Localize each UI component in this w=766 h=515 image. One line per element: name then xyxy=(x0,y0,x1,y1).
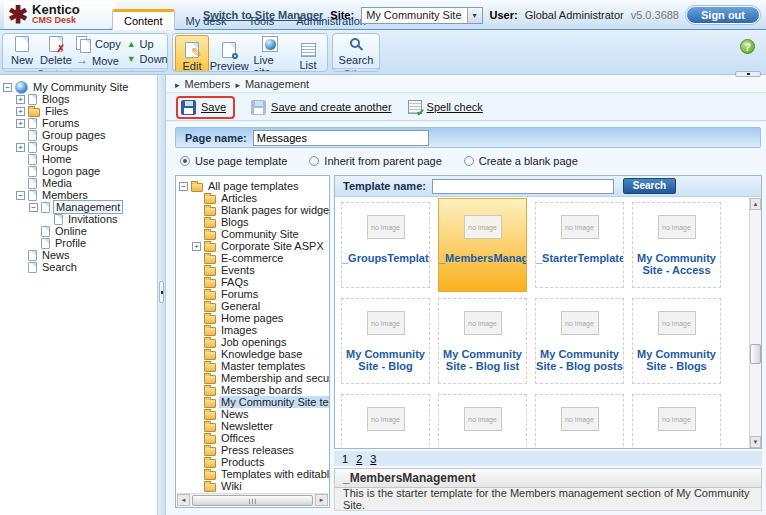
live-site-button[interactable]: Live site xyxy=(249,35,291,72)
tree-item-news[interactable]: News xyxy=(0,249,157,261)
page-1[interactable]: 1 xyxy=(342,453,348,465)
template-card-my-community-site-access[interactable]: no imageMy Community Site - Access xyxy=(632,202,721,288)
tree-item-templates-with-editable-regio[interactable]: Templates with editable regio xyxy=(176,468,329,480)
template-card-groupstemplate[interactable]: no image_GroupsTemplate xyxy=(341,202,430,288)
tree-item-my-community-site-templates[interactable]: My Community Site templates xyxy=(176,396,329,408)
radio-icon[interactable] xyxy=(309,156,319,166)
tree-item-general[interactable]: General xyxy=(176,300,329,312)
expander-plus-icon[interactable] xyxy=(16,143,25,152)
tree-item-home[interactable]: Home xyxy=(0,153,157,165)
tree-item-my-community-site[interactable]: My Community Site xyxy=(0,81,157,93)
radio-checked-icon[interactable] xyxy=(180,156,190,166)
tree-item-knowledge-base[interactable]: Knowledge base xyxy=(176,348,329,360)
vertical-splitter[interactable] xyxy=(158,75,166,515)
tree-item-community-site[interactable]: Community Site xyxy=(176,228,329,240)
tree-item-events[interactable]: Events xyxy=(176,264,329,276)
expander-plus-icon[interactable] xyxy=(16,107,25,116)
tree-item-forums[interactable]: Forums xyxy=(0,117,157,129)
expander-minus-icon[interactable] xyxy=(29,203,38,212)
tree-item-faqs[interactable]: FAQs xyxy=(176,276,329,288)
tree-item-master-templates[interactable]: Master templates xyxy=(176,360,329,372)
sign-out-button[interactable]: Sign out xyxy=(686,6,760,24)
template-card-partial-10[interactable]: no image xyxy=(535,394,624,448)
tree-item-forums[interactable]: Forums xyxy=(176,288,329,300)
down-button[interactable]: Down xyxy=(127,53,168,65)
tree-item-corporate-site-aspx[interactable]: Corporate Site ASPX xyxy=(176,240,329,252)
edit-button[interactable]: Edit xyxy=(175,35,209,72)
list-button[interactable]: List xyxy=(291,35,325,72)
template-card-my-community-site-blog-posts[interactable]: no imageMy Community Site - Blog posts xyxy=(535,298,624,384)
tree-item-offices[interactable]: Offices xyxy=(176,432,329,444)
horizontal-scrollbar[interactable]: ◄ ► xyxy=(177,493,328,506)
page-name-input[interactable] xyxy=(253,130,429,146)
expander-minus-icon[interactable] xyxy=(3,83,12,92)
template-card-partial-8[interactable]: no image xyxy=(341,394,430,448)
tree-item-news[interactable]: News xyxy=(176,408,329,420)
breadcrumb-management[interactable]: Management xyxy=(245,78,309,90)
save-and-create-another-button[interactable]: Save and create another xyxy=(251,100,391,115)
tree-item-newsletter[interactable]: Newsletter xyxy=(176,420,329,432)
radio-icon[interactable] xyxy=(464,156,474,166)
tree-item-home-pages[interactable]: Home pages xyxy=(176,312,329,324)
expander-plus-icon[interactable] xyxy=(192,242,201,251)
delete-button[interactable]: Delete xyxy=(39,35,73,67)
switch-to-site-manager-link[interactable]: Switch to Site Manager xyxy=(203,9,323,21)
chevron-down-icon[interactable] xyxy=(467,8,482,23)
template-card-startertemplate[interactable]: no image_StarterTemplate xyxy=(535,202,624,288)
radio-create-blank-page[interactable]: Create a blank page xyxy=(464,155,578,167)
site-select[interactable]: My Community Site xyxy=(361,7,482,24)
tree-item-profile[interactable]: Profile xyxy=(0,237,157,249)
expander-minus-icon[interactable] xyxy=(179,182,188,191)
tree-item-online[interactable]: Online xyxy=(0,225,157,237)
new-button[interactable]: New xyxy=(5,35,39,67)
tree-item-groups[interactable]: Groups xyxy=(0,141,157,153)
tree-item-search[interactable]: Search xyxy=(0,261,157,273)
tab-content[interactable]: Content xyxy=(112,9,175,30)
breadcrumb-members[interactable]: Members xyxy=(185,78,231,90)
tree-item-media[interactable]: Media xyxy=(0,177,157,189)
template-card-membersmanagement[interactable]: no image_MembersManagement xyxy=(438,198,527,292)
tree-item-job-openings[interactable]: Job openings xyxy=(176,336,329,348)
tree-item-blogs[interactable]: Blogs xyxy=(0,93,157,105)
tree-item-press-releases[interactable]: Press releases xyxy=(176,444,329,456)
expander-plus-icon[interactable] xyxy=(16,95,25,104)
preview-button[interactable]: Preview xyxy=(209,35,249,72)
spell-check-button[interactable]: Spell check xyxy=(408,100,483,114)
tree-item-images[interactable]: Images xyxy=(176,324,329,336)
search-button[interactable]: Search xyxy=(335,35,377,67)
template-card-my-community-site-blog-creation[interactable]: no imageMy Community Site - Blog creatio… xyxy=(341,298,430,384)
template-card-my-community-site-blogs[interactable]: no imageMy Community Site - Blogs xyxy=(632,298,721,384)
tree-item-management[interactable]: Management xyxy=(0,201,157,213)
panel-collapse-handle[interactable] xyxy=(735,71,761,77)
page-3[interactable]: 3 xyxy=(370,453,376,465)
tree-item-blank-pages-for-widgets[interactable]: Blank pages for widgets xyxy=(176,204,329,216)
tree-item-wiki[interactable]: Wiki xyxy=(176,480,329,492)
scroll-right-icon[interactable]: ► xyxy=(315,494,328,506)
tree-item-e-commerce[interactable]: E-commerce xyxy=(176,252,329,264)
template-card-partial-11[interactable]: no image xyxy=(632,394,721,448)
tree-item-all-page-templates[interactable]: All page templates xyxy=(176,180,329,192)
tree-item-blogs[interactable]: Blogs xyxy=(176,216,329,228)
vertical-scrollbar[interactable]: ▲ ▼ xyxy=(749,198,761,448)
move-button[interactable]: Move xyxy=(76,55,121,67)
expander-plus-icon[interactable] xyxy=(16,119,25,128)
splitter-handle[interactable] xyxy=(159,281,164,303)
radio-inherit-from-parent[interactable]: Inherit from parent page xyxy=(309,155,441,167)
template-card-partial-9[interactable]: no image xyxy=(438,394,527,448)
tree-item-membership-and-security[interactable]: Membership and security xyxy=(176,372,329,384)
tree-item-group-pages[interactable]: Group pages xyxy=(0,129,157,141)
scroll-up-icon[interactable]: ▲ xyxy=(750,198,761,210)
tree-item-files[interactable]: Files xyxy=(0,105,157,117)
scroll-down-icon[interactable]: ▼ xyxy=(750,436,761,448)
template-search-button[interactable]: Search xyxy=(623,178,676,194)
save-button[interactable]: Save xyxy=(181,100,226,115)
tree-item-message-boards[interactable]: Message boards xyxy=(176,384,329,396)
scrollbar-thumb[interactable] xyxy=(750,344,761,364)
template-name-input[interactable] xyxy=(432,179,614,194)
tree-item-products[interactable]: Products xyxy=(176,456,329,468)
help-icon[interactable] xyxy=(740,39,755,54)
tree-item-logon-page[interactable]: Logon page xyxy=(0,165,157,177)
expander-minus-icon[interactable] xyxy=(16,191,25,200)
radio-use-page-template[interactable]: Use page template xyxy=(180,155,287,167)
copy-button[interactable]: Copy xyxy=(76,36,121,52)
